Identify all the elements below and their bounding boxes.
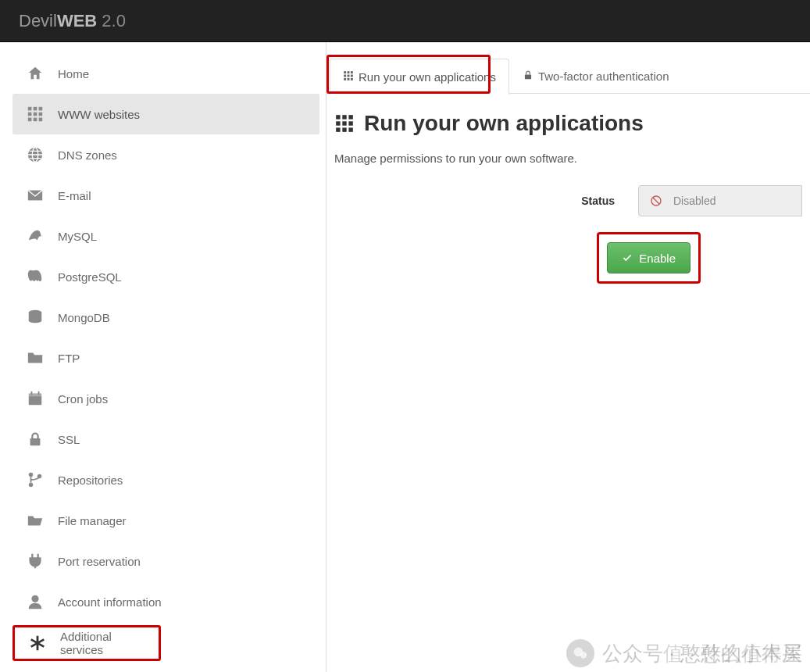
sidebar-item-postgresql[interactable]: PostgreSQL — [12, 256, 319, 297]
sidebar-item-label: E-mail — [58, 189, 91, 202]
sidebar-item-mysql[interactable]: MySQL — [12, 216, 319, 256]
enable-button[interactable]: Enable — [607, 242, 690, 273]
globe-icon — [27, 146, 44, 163]
brand-part1: Devil — [19, 11, 57, 30]
branch-icon — [27, 471, 44, 488]
sidebar-item-label: FTP — [58, 352, 80, 365]
envelope-icon — [27, 187, 44, 204]
sidebar-item-mongodb[interactable]: MongoDB — [12, 297, 319, 338]
page-subtitle: Manage permissions to run your own softw… — [334, 152, 802, 165]
page-title: Run your own applications — [334, 111, 802, 136]
sidebar-item-email[interactable]: E-mail — [12, 175, 319, 216]
lock-icon — [27, 431, 44, 448]
brand-part2: WEB — [57, 11, 97, 30]
calendar-icon — [27, 390, 44, 407]
status-label: Status — [581, 195, 615, 207]
status-value-box: Disabled — [638, 185, 802, 216]
sidebar: Home WWW websites DNS zones E-mail MySQL… — [0, 42, 326, 672]
mysql-icon — [27, 227, 44, 245]
status-row: Status Disabled — [334, 185, 802, 216]
status-value: Disabled — [673, 195, 715, 207]
sidebar-item-label: Additional services — [60, 630, 145, 656]
sidebar-item-repositories[interactable]: Repositories — [12, 459, 319, 500]
sidebar-item-label: MongoDB — [58, 311, 110, 324]
sidebar-item-label: Port reservation — [58, 555, 141, 568]
sidebar-item-label: Repositories — [58, 474, 123, 487]
grid-icon — [343, 70, 354, 84]
home-icon — [27, 65, 44, 82]
lock-icon — [523, 70, 533, 83]
sidebar-item-home[interactable]: Home — [12, 53, 319, 94]
sidebar-item-label: SSL — [58, 433, 80, 446]
sidebar-item-port[interactable]: Port reservation — [12, 541, 319, 581]
brand-version: 2.0 — [97, 11, 126, 30]
sidebar-item-label: Cron jobs — [58, 392, 108, 406]
user-icon — [27, 593, 44, 610]
postgresql-icon — [27, 268, 44, 285]
enable-button-label: Enable — [639, 252, 676, 265]
sidebar-item-account[interactable]: Account information — [12, 581, 319, 622]
sidebar-item-ssl[interactable]: SSL — [12, 419, 319, 459]
sidebar-item-label: Home — [58, 67, 89, 80]
sidebar-item-cron[interactable]: Cron jobs — [12, 378, 319, 419]
tab-label: Two-factor authentication — [538, 70, 669, 83]
sidebar-item-label: MySQL — [58, 230, 97, 243]
brand: DevilWEB 2.0 — [19, 11, 126, 31]
plug-icon — [27, 552, 44, 570]
check-icon — [622, 252, 633, 263]
enable-highlight: Enable — [597, 232, 701, 284]
sidebar-item-label: PostgreSQL — [58, 270, 122, 284]
tab-run-apps[interactable]: Run your own applications — [330, 59, 509, 95]
sidebar-item-www[interactable]: WWW websites — [12, 94, 319, 134]
tab-two-factor[interactable]: Two-factor authentication — [509, 58, 683, 94]
topbar: DevilWEB 2.0 — [0, 0, 810, 42]
folder-open-icon — [27, 512, 44, 529]
asterisk-icon — [29, 634, 46, 652]
ban-icon — [650, 195, 662, 207]
sidebar-item-label: WWW websites — [58, 108, 140, 121]
main-content: Run your own applications Two-factor aut… — [326, 42, 810, 672]
sidebar-item-label: File manager — [58, 514, 127, 527]
sidebar-item-label: DNS zones — [58, 148, 117, 162]
folder-icon — [27, 349, 44, 366]
grid-icon — [334, 113, 355, 134]
sidebar-item-filemanager[interactable]: File manager — [12, 500, 319, 541]
database-icon — [27, 309, 44, 326]
tabs: Run your own applications Two-factor aut… — [326, 42, 810, 94]
sidebar-item-label: Account information — [58, 595, 162, 609]
sidebar-item-dns[interactable]: DNS zones — [12, 134, 319, 175]
page-title-text: Run your own applications — [364, 111, 644, 136]
tab-label: Run your own applications — [359, 70, 496, 84]
sidebar-item-additional-services[interactable]: Additional services — [12, 625, 161, 661]
grid-icon — [27, 105, 44, 123]
sidebar-item-ftp[interactable]: FTP — [12, 338, 319, 378]
